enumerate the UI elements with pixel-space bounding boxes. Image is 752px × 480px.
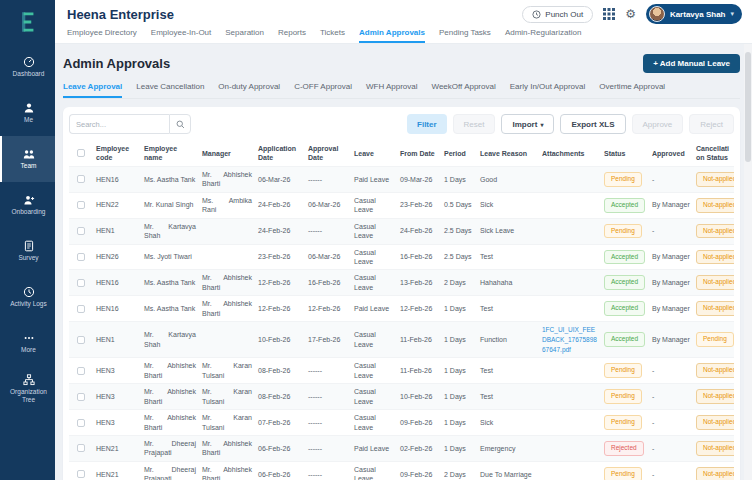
row-checkbox[interactable]	[77, 336, 85, 344]
settings-gear-icon[interactable]: ⚙	[625, 8, 636, 20]
cell-approved: -	[649, 415, 693, 430]
cell-approved: By Manager	[649, 249, 693, 264]
status-badge: Pending	[604, 363, 642, 378]
search-button[interactable]	[169, 114, 191, 134]
row-checkbox[interactable]	[77, 175, 85, 183]
survey-icon	[23, 240, 35, 252]
search-input[interactable]	[69, 114, 169, 134]
attachment-link[interactable]: 1FC_UI_UIX_FEEDBACK_1767589867647.pdf	[542, 326, 597, 353]
sidebar-item-onboarding[interactable]: Onboarding	[0, 182, 55, 228]
approval-sub-tab[interactable]: C-OFF Approval	[294, 82, 352, 98]
cancellation-status-badge: Pending	[696, 332, 734, 347]
cell-leave: Casual Leave	[351, 193, 397, 218]
page-scrollbar[interactable]	[744, 44, 752, 480]
sidebar-item-team[interactable]: Team	[0, 136, 55, 182]
sidebar-item-me[interactable]: Me	[0, 90, 55, 136]
sidebar-item-activity-logs[interactable]: Activity Logs	[0, 274, 55, 320]
row-checkbox[interactable]	[77, 305, 85, 313]
column-header: Manager	[199, 146, 255, 161]
main-nav-tab[interactable]: Tickets	[320, 28, 345, 43]
main-nav-tab[interactable]: Employee Directory	[67, 28, 137, 43]
approval-sub-tab[interactable]: WeekOff Approval	[432, 82, 496, 98]
main-nav: Employee DirectoryEmployee-In-OutSeparat…	[55, 26, 752, 43]
row-checkbox[interactable]	[77, 444, 85, 452]
cell-leave-reason: Hahahaha	[477, 275, 539, 290]
main-content: Admin Approvals + Add Manual Leave Leave…	[55, 44, 752, 480]
row-checkbox[interactable]	[77, 470, 85, 478]
main-nav-tab[interactable]: Admin-Regularization	[505, 28, 581, 43]
punch-out-button[interactable]: Punch Out	[522, 6, 593, 23]
approval-sub-tab[interactable]: Leave Cancellation	[136, 82, 204, 98]
cell-application-date: 06-Feb-26	[255, 467, 305, 480]
organization-tree-icon	[23, 374, 35, 386]
row-checkbox[interactable]	[77, 393, 85, 401]
add-manual-leave-button[interactable]: + Add Manual Leave	[643, 54, 740, 73]
row-checkbox[interactable]	[77, 279, 85, 287]
cell-leave-reason: Due To Marriage	[477, 467, 539, 480]
cell-approved: -	[649, 467, 693, 480]
approve-button[interactable]: Approve	[632, 114, 684, 134]
cell-leave-reason: Sick	[477, 197, 539, 212]
row-checkbox[interactable]	[77, 201, 85, 209]
cell-employee-code: HEN1	[93, 332, 141, 347]
cancellation-status-badge: Not-applied	[696, 363, 734, 378]
company-logo[interactable]	[0, 0, 55, 44]
select-all-checkbox[interactable]	[77, 149, 85, 157]
page-title: Admin Approvals	[63, 56, 170, 71]
scrollbar-thumb[interactable]	[745, 52, 751, 162]
main-nav-tab[interactable]: Reports	[278, 28, 306, 43]
table-row: HEN26 Ms. Jyoti Tiwari 23-Feb-26 06-Mar-…	[69, 245, 734, 271]
row-checkbox[interactable]	[77, 253, 85, 261]
cell-manager: Ms. Ambika Rani	[199, 193, 255, 218]
apps-grid-icon[interactable]	[603, 8, 615, 20]
dashboard-icon	[23, 56, 35, 68]
cell-approval-date: ------	[305, 172, 351, 187]
cell-period: 1 Days	[441, 363, 477, 378]
export-xls-button[interactable]: Export XLS	[560, 114, 625, 134]
cell-approval-date: ------	[305, 223, 351, 238]
sidebar: Dashboard Me Team Onboarding Survey Acti…	[0, 0, 55, 480]
sidebar-item-dashboard[interactable]: Dashboard	[0, 44, 55, 90]
cell-employee-code: HEN16	[93, 172, 141, 187]
approval-sub-tab[interactable]: Leave Approval	[63, 82, 122, 98]
main-nav-tab[interactable]: Admin Approvals	[359, 28, 425, 43]
user-menu[interactable]: Kartavya Shah ▾	[646, 4, 742, 24]
cell-approved: By Manager	[649, 332, 693, 347]
import-button[interactable]: Import ▾	[501, 114, 554, 134]
approval-sub-tab[interactable]: On-duty Approval	[218, 82, 280, 98]
sidebar-item-more[interactable]: More	[0, 320, 55, 366]
approval-sub-tab[interactable]: WFH Approval	[366, 82, 418, 98]
cell-approved: -	[649, 389, 693, 404]
main-nav-tab[interactable]: Separation	[225, 28, 264, 43]
cell-leave: Paid Leave	[351, 301, 397, 316]
sidebar-item-survey[interactable]: Survey	[0, 228, 55, 274]
sidebar-item-organization-tree[interactable]: Organization Tree	[0, 366, 55, 412]
reset-button[interactable]: Reset	[453, 114, 496, 134]
cell-from-date: 12-Feb-26	[397, 301, 441, 316]
approval-sub-tab[interactable]: Early In/Out Approval	[510, 82, 586, 98]
cancellation-status-badge: Not-applied	[696, 172, 734, 187]
table-row: HEN16 Ms. Aastha Tank Mr. Abhishek Bhart…	[69, 167, 734, 193]
cell-employee-code: HEN16	[93, 275, 141, 290]
cell-leave: Casual Leave	[351, 384, 397, 409]
cell-manager: Mr. Abhishek Bharti	[199, 436, 255, 461]
cell-manager: Mr. Abhishek Bharti	[199, 270, 255, 295]
approvals-table: Employee codeEmployee nameManagerApplica…	[69, 141, 734, 480]
cell-period: 1 Days	[441, 301, 477, 316]
cell-application-date: 08-Feb-26	[255, 363, 305, 378]
main-nav-tab[interactable]: Pending Tasks	[439, 28, 491, 43]
row-checkbox[interactable]	[77, 367, 85, 375]
row-checkbox[interactable]	[77, 227, 85, 235]
row-checkbox[interactable]	[77, 419, 85, 427]
cell-leave: Casual Leave	[351, 410, 397, 435]
reject-button[interactable]: Reject	[689, 114, 734, 134]
approval-sub-tab[interactable]: Overtime Approval	[599, 82, 665, 98]
status-badge: Pending	[604, 467, 642, 480]
main-nav-tab[interactable]: Employee-In-Out	[151, 28, 211, 43]
cell-period: 1 Days	[441, 441, 477, 456]
chevron-down-icon: ▾	[730, 10, 734, 18]
cell-employee-code: HEN3	[93, 389, 141, 404]
cell-leave: Casual Leave	[351, 270, 397, 295]
table-toolbar: Filter Reset Import ▾ Export XLS Approve…	[69, 114, 734, 134]
filter-button[interactable]: Filter	[407, 114, 447, 134]
